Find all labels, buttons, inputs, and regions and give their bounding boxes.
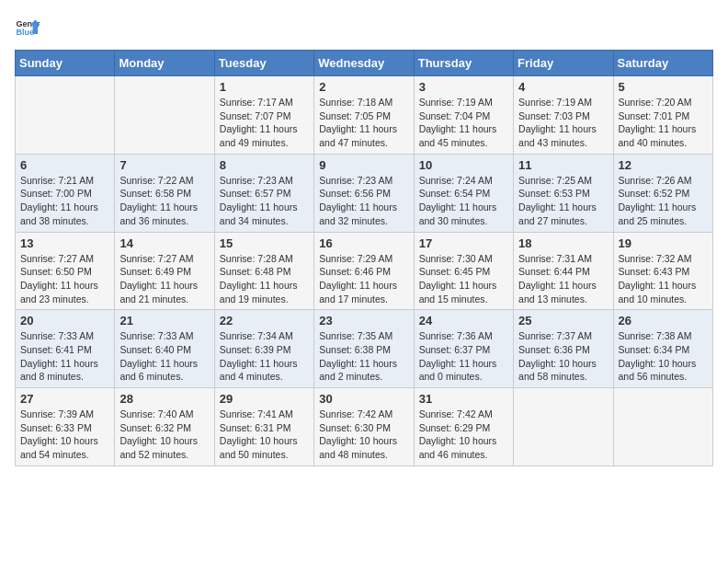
calendar-cell: 5Sunrise: 7:20 AM Sunset: 7:01 PM Daylig…	[613, 76, 712, 155]
day-number: 11	[518, 158, 608, 172]
calendar-cell: 16Sunrise: 7:29 AM Sunset: 6:46 PM Dayli…	[314, 232, 414, 310]
weekday-header: Wednesday	[314, 51, 414, 76]
day-number: 30	[319, 392, 408, 406]
day-number: 27	[20, 392, 109, 406]
calendar-cell: 25Sunrise: 7:37 AM Sunset: 6:36 PM Dayli…	[514, 310, 613, 388]
day-number: 21	[119, 314, 209, 327]
day-number: 25	[518, 314, 608, 327]
calendar-cell: 12Sunrise: 7:26 AM Sunset: 6:52 PM Dayli…	[613, 154, 712, 232]
day-number: 13	[20, 236, 109, 250]
day-info: Sunrise: 7:40 AM Sunset: 6:32 PM Dayligh…	[119, 408, 209, 462]
day-info: Sunrise: 7:19 AM Sunset: 7:03 PM Dayligh…	[518, 96, 608, 150]
day-number: 8	[220, 158, 309, 172]
calendar-cell: 3Sunrise: 7:19 AM Sunset: 7:04 PM Daylig…	[414, 76, 513, 155]
day-number: 15	[220, 236, 309, 250]
day-number: 17	[419, 236, 508, 250]
weekday-header: Sunday	[16, 51, 115, 76]
calendar-cell: 19Sunrise: 7:32 AM Sunset: 6:43 PM Dayli…	[613, 232, 712, 310]
day-info: Sunrise: 7:42 AM Sunset: 6:30 PM Dayligh…	[319, 408, 408, 462]
page-header: General Blue	[15, 15, 713, 40]
day-info: Sunrise: 7:20 AM Sunset: 7:01 PM Dayligh…	[619, 96, 708, 150]
weekday-header: Monday	[115, 51, 214, 76]
day-number: 7	[119, 158, 209, 172]
calendar-cell: 26Sunrise: 7:38 AM Sunset: 6:34 PM Dayli…	[613, 310, 712, 388]
day-info: Sunrise: 7:35 AM Sunset: 6:38 PM Dayligh…	[319, 329, 408, 384]
day-info: Sunrise: 7:41 AM Sunset: 6:31 PM Dayligh…	[220, 408, 309, 462]
day-info: Sunrise: 7:27 AM Sunset: 6:49 PM Dayligh…	[119, 252, 209, 306]
day-number: 28	[119, 392, 209, 406]
day-number: 3	[419, 80, 508, 94]
logo-icon: General Blue	[15, 15, 40, 40]
day-info: Sunrise: 7:31 AM Sunset: 6:44 PM Dayligh…	[518, 252, 608, 306]
day-number: 12	[619, 158, 708, 172]
day-info: Sunrise: 7:29 AM Sunset: 6:46 PM Dayligh…	[319, 252, 408, 306]
calendar-cell: 21Sunrise: 7:33 AM Sunset: 6:40 PM Dayli…	[115, 310, 214, 388]
calendar-cell: 29Sunrise: 7:41 AM Sunset: 6:31 PM Dayli…	[214, 388, 313, 466]
day-info: Sunrise: 7:25 AM Sunset: 6:53 PM Dayligh…	[518, 174, 608, 228]
calendar-cell: 31Sunrise: 7:42 AM Sunset: 6:29 PM Dayli…	[414, 388, 513, 466]
day-number: 5	[619, 80, 708, 94]
day-number: 10	[419, 158, 508, 172]
day-number: 26	[619, 314, 708, 327]
calendar-cell: 30Sunrise: 7:42 AM Sunset: 6:30 PM Dayli…	[314, 388, 414, 466]
day-info: Sunrise: 7:24 AM Sunset: 6:54 PM Dayligh…	[419, 174, 508, 228]
weekday-header: Tuesday	[214, 51, 313, 76]
day-info: Sunrise: 7:33 AM Sunset: 6:41 PM Dayligh…	[20, 329, 109, 384]
calendar-cell	[115, 76, 214, 155]
calendar-cell: 28Sunrise: 7:40 AM Sunset: 6:32 PM Dayli…	[115, 388, 214, 466]
calendar-cell: 27Sunrise: 7:39 AM Sunset: 6:33 PM Dayli…	[16, 388, 115, 466]
day-number: 31	[419, 392, 508, 406]
calendar-cell	[514, 388, 613, 466]
day-number: 16	[319, 236, 408, 250]
day-number: 9	[319, 158, 408, 172]
day-info: Sunrise: 7:36 AM Sunset: 6:37 PM Dayligh…	[419, 329, 508, 384]
day-number: 4	[518, 80, 608, 94]
day-info: Sunrise: 7:34 AM Sunset: 6:39 PM Dayligh…	[220, 329, 309, 384]
weekday-header: Saturday	[613, 51, 712, 76]
calendar-cell: 14Sunrise: 7:27 AM Sunset: 6:49 PM Dayli…	[115, 232, 214, 310]
day-info: Sunrise: 7:38 AM Sunset: 6:34 PM Dayligh…	[619, 329, 708, 384]
logo: General Blue	[15, 15, 40, 40]
day-info: Sunrise: 7:33 AM Sunset: 6:40 PM Dayligh…	[119, 329, 209, 384]
day-info: Sunrise: 7:37 AM Sunset: 6:36 PM Dayligh…	[518, 329, 608, 384]
weekday-header-row: SundayMondayTuesdayWednesdayThursdayFrid…	[16, 51, 713, 76]
day-number: 19	[619, 236, 708, 250]
calendar-cell	[613, 388, 712, 466]
day-number: 1	[220, 80, 309, 94]
calendar-week-row: 27Sunrise: 7:39 AM Sunset: 6:33 PM Dayli…	[16, 388, 713, 466]
day-number: 2	[319, 80, 408, 94]
calendar-cell: 22Sunrise: 7:34 AM Sunset: 6:39 PM Dayli…	[214, 310, 313, 388]
calendar-week-row: 13Sunrise: 7:27 AM Sunset: 6:50 PM Dayli…	[16, 232, 713, 310]
calendar-cell: 11Sunrise: 7:25 AM Sunset: 6:53 PM Dayli…	[514, 154, 613, 232]
day-info: Sunrise: 7:23 AM Sunset: 6:56 PM Dayligh…	[319, 174, 408, 228]
calendar-cell: 4Sunrise: 7:19 AM Sunset: 7:03 PM Daylig…	[514, 76, 613, 155]
day-info: Sunrise: 7:26 AM Sunset: 6:52 PM Dayligh…	[619, 174, 708, 228]
day-info: Sunrise: 7:18 AM Sunset: 7:05 PM Dayligh…	[319, 96, 408, 150]
day-number: 23	[319, 314, 408, 327]
day-info: Sunrise: 7:19 AM Sunset: 7:04 PM Dayligh…	[419, 96, 508, 150]
calendar-cell: 6Sunrise: 7:21 AM Sunset: 7:00 PM Daylig…	[16, 154, 115, 232]
day-info: Sunrise: 7:21 AM Sunset: 7:00 PM Dayligh…	[20, 174, 109, 228]
day-info: Sunrise: 7:32 AM Sunset: 6:43 PM Dayligh…	[619, 252, 708, 306]
day-info: Sunrise: 7:27 AM Sunset: 6:50 PM Dayligh…	[20, 252, 109, 306]
day-info: Sunrise: 7:39 AM Sunset: 6:33 PM Dayligh…	[20, 408, 109, 462]
calendar-cell: 15Sunrise: 7:28 AM Sunset: 6:48 PM Dayli…	[214, 232, 313, 310]
day-number: 24	[419, 314, 508, 327]
day-info: Sunrise: 7:30 AM Sunset: 6:45 PM Dayligh…	[419, 252, 508, 306]
calendar-cell: 8Sunrise: 7:23 AM Sunset: 6:57 PM Daylig…	[214, 154, 313, 232]
calendar-cell: 1Sunrise: 7:17 AM Sunset: 7:07 PM Daylig…	[214, 76, 313, 155]
day-number: 20	[20, 314, 109, 327]
day-number: 22	[220, 314, 309, 327]
calendar-cell: 10Sunrise: 7:24 AM Sunset: 6:54 PM Dayli…	[414, 154, 513, 232]
day-number: 18	[518, 236, 608, 250]
day-number: 14	[119, 236, 209, 250]
calendar-cell: 9Sunrise: 7:23 AM Sunset: 6:56 PM Daylig…	[314, 154, 414, 232]
calendar-cell: 17Sunrise: 7:30 AM Sunset: 6:45 PM Dayli…	[414, 232, 513, 310]
calendar-cell: 2Sunrise: 7:18 AM Sunset: 7:05 PM Daylig…	[314, 76, 414, 155]
svg-text:Blue: Blue	[16, 28, 34, 37]
calendar-cell: 18Sunrise: 7:31 AM Sunset: 6:44 PM Dayli…	[514, 232, 613, 310]
calendar-week-row: 20Sunrise: 7:33 AM Sunset: 6:41 PM Dayli…	[16, 310, 713, 388]
calendar-week-row: 1Sunrise: 7:17 AM Sunset: 7:07 PM Daylig…	[16, 76, 713, 155]
weekday-header: Thursday	[414, 51, 513, 76]
calendar-cell	[16, 76, 115, 155]
